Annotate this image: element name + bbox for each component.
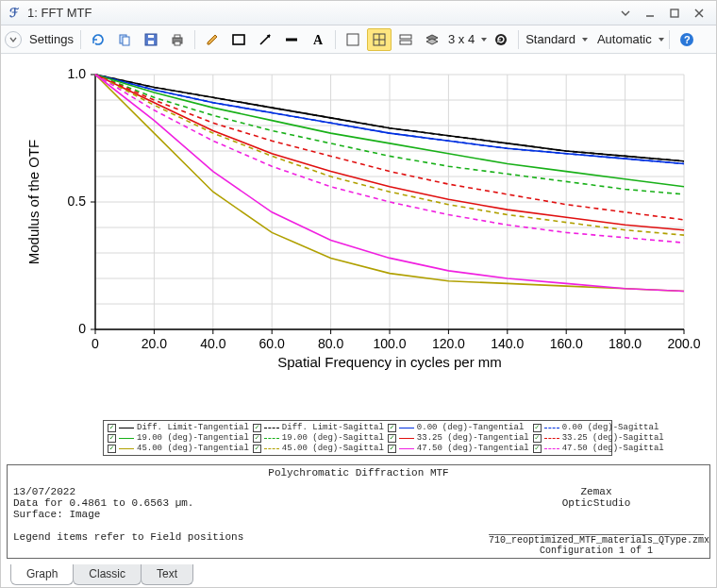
- svg-rect-5: [123, 37, 129, 45]
- svg-text:80.0: 80.0: [318, 336, 343, 351]
- svg-rect-1: [671, 9, 678, 17]
- text-tool-icon[interactable]: A: [306, 28, 330, 51]
- expand-settings-icon[interactable]: [5, 31, 22, 48]
- legend-item[interactable]: Diff. Limit-Sagittal: [253, 423, 384, 432]
- copy-icon[interactable]: [112, 28, 137, 51]
- tab-classic[interactable]: Classic: [73, 564, 142, 585]
- chevron-down-icon[interactable]: [481, 38, 487, 42]
- svg-text:0: 0: [92, 336, 99, 351]
- svg-text:120.0: 120.0: [432, 336, 465, 351]
- svg-text:Modulus of the OTF: Modulus of the OTF: [25, 140, 42, 265]
- svg-text:200.0: 200.0: [667, 336, 700, 351]
- info-title: Polychromatic Diffraction MTF: [8, 465, 709, 484]
- legend-item[interactable]: Diff. Limit-Tangential: [108, 423, 249, 432]
- minimize-button[interactable]: [639, 5, 661, 22]
- grid-single-icon[interactable]: [341, 28, 365, 51]
- rectangle-icon[interactable]: [226, 28, 251, 51]
- grid-size-label[interactable]: 3 x 4: [446, 32, 476, 46]
- dropdown-icon[interactable]: [614, 5, 637, 22]
- toolbar: Settings A 3 x 4 Standa: [1, 25, 716, 54]
- chevron-down-icon[interactable]: [659, 38, 664, 42]
- grid-quad-icon[interactable]: [367, 28, 392, 51]
- svg-rect-21: [400, 41, 411, 44]
- info-right-top: Zemax OpticStudio: [489, 486, 704, 534]
- svg-text:60.0: 60.0: [259, 336, 285, 351]
- svg-text:A: A: [313, 33, 324, 47]
- legend-item[interactable]: 47.50 (deg)-Sagittal: [533, 444, 664, 453]
- line-arrow-icon[interactable]: [253, 28, 277, 51]
- tab-graph[interactable]: Graph: [10, 564, 74, 585]
- save-icon[interactable]: [139, 28, 163, 51]
- maximize-button[interactable]: [663, 5, 686, 22]
- legend-item[interactable]: 19.00 (deg)-Sagittal: [253, 433, 384, 443]
- svg-text:0.5: 0.5: [68, 193, 87, 209]
- pencil-icon[interactable]: [200, 28, 225, 51]
- legend-item[interactable]: 33.25 (deg)-Tangential: [388, 433, 529, 443]
- svg-rect-8: [148, 35, 154, 38]
- help-icon[interactable]: ?: [675, 28, 699, 51]
- svg-text:40.0: 40.0: [200, 336, 225, 351]
- svg-text:20.0: 20.0: [142, 336, 167, 351]
- app-icon: ℱ: [7, 6, 22, 21]
- grid-stack-icon[interactable]: [393, 28, 418, 51]
- view-tabs: Graph Classic Text: [10, 564, 192, 585]
- legend-item[interactable]: 47.50 (deg)-Tangential: [388, 444, 529, 453]
- layers-icon[interactable]: [420, 28, 444, 51]
- svg-text:100.0: 100.0: [373, 336, 406, 351]
- tab-text[interactable]: Text: [141, 564, 193, 585]
- reset-zoom-icon[interactable]: [489, 28, 513, 51]
- settings-button[interactable]: Settings: [27, 32, 75, 46]
- svg-rect-20: [400, 35, 411, 39]
- svg-text:1.0: 1.0: [68, 66, 87, 81]
- print-icon[interactable]: [165, 28, 190, 51]
- chart-legend: Diff. Limit-TangentialDiff. Limit-Sagitt…: [103, 420, 612, 456]
- window-title: 1: FFT MTF: [27, 6, 92, 20]
- svg-rect-11: [175, 42, 180, 45]
- svg-line-13: [260, 35, 270, 44]
- legend-item[interactable]: 0.00 (deg)-Tangential: [388, 423, 529, 432]
- svg-rect-7: [148, 41, 154, 44]
- legend-item[interactable]: 19.00 (deg)-Tangential: [108, 433, 249, 443]
- automatic-dropdown[interactable]: Automatic: [595, 32, 654, 46]
- line-weight-icon[interactable]: [279, 28, 304, 51]
- svg-rect-12: [233, 35, 244, 44]
- svg-rect-16: [347, 34, 358, 45]
- svg-text:0: 0: [78, 321, 86, 336]
- standard-dropdown[interactable]: Standard: [524, 32, 577, 46]
- legend-item[interactable]: 45.00 (deg)-Sagittal: [253, 444, 384, 453]
- svg-text:140.0: 140.0: [491, 336, 524, 351]
- titlebar: ℱ 1: FFT MTF: [1, 1, 716, 25]
- svg-rect-10: [175, 35, 180, 38]
- chevron-down-icon[interactable]: [582, 38, 588, 42]
- svg-text:?: ?: [684, 34, 691, 45]
- legend-item[interactable]: 45.00 (deg)-Tangential: [108, 444, 249, 453]
- mtf-chart[interactable]: 00.51.0020.040.060.080.0100.0120.0140.01…: [5, 56, 712, 416]
- legend-item[interactable]: 0.00 (deg)-Sagittal: [533, 423, 664, 432]
- info-right-bot: 710_reoptimized_MTF_materials_QType.zmx …: [489, 534, 704, 556]
- info-left: 13/07/2022 Data for 0.4861 to 0.6563 µm.…: [8, 484, 483, 558]
- legend-item[interactable]: 33.25 (deg)-Sagittal: [533, 433, 664, 443]
- info-panel: Polychromatic Diffraction MTF 13/07/2022…: [7, 464, 710, 559]
- refresh-icon[interactable]: [86, 28, 110, 51]
- svg-text:180.0: 180.0: [609, 336, 642, 351]
- close-button[interactable]: [688, 5, 710, 22]
- svg-text:160.0: 160.0: [550, 336, 583, 351]
- svg-text:Spatial Frequency in cycles pe: Spatial Frequency in cycles per mm: [277, 354, 502, 370]
